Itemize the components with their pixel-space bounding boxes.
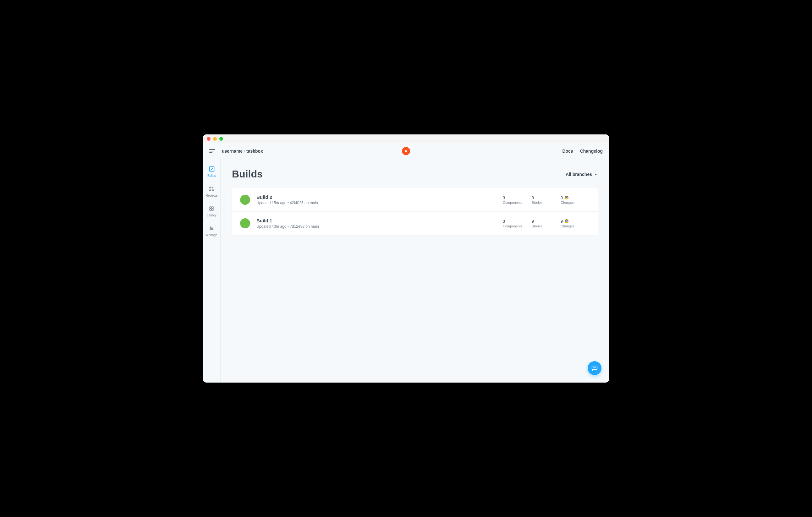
- chat-icon: [591, 365, 598, 371]
- status-passed-icon: [240, 195, 250, 205]
- stat-components: 3 Components: [503, 195, 532, 205]
- build-row[interactable]: Build 1 Updated 43m ago • 7d12e83 on mai…: [232, 212, 598, 235]
- chat-button[interactable]: [588, 361, 602, 375]
- updated-ago: 15m ago: [272, 201, 287, 205]
- svg-rect-11: [212, 209, 213, 210]
- stat-label: Stories: [532, 224, 560, 228]
- svg-rect-8: [210, 207, 211, 208]
- page-header: Builds All branches: [232, 169, 598, 180]
- stat-components: 3 Components: [503, 219, 532, 228]
- updated-ago: 43m ago: [272, 224, 287, 229]
- stat-label: Stories: [532, 201, 560, 205]
- build-list: Build 2 Updated 15m ago • 42f4025 on mai…: [232, 188, 598, 235]
- commit-hash: 7d12e83: [290, 224, 304, 229]
- sidebar-label: Reviews: [206, 194, 218, 197]
- build-meta: Updated 15m ago • 42f4025 on main: [256, 201, 503, 205]
- chrome-icon: [565, 196, 569, 200]
- app-body: Builds Reviews: [203, 159, 609, 383]
- stat-value: 3: [503, 219, 532, 224]
- topbar-links: Docs Changelog: [562, 149, 603, 154]
- build-title: Build 2: [256, 194, 503, 200]
- menu-icon[interactable]: [209, 148, 216, 155]
- stat-changes: 9 Changes: [560, 219, 589, 228]
- branch-filter-dropdown[interactable]: All branches: [566, 172, 598, 177]
- svg-point-0: [404, 149, 408, 153]
- chrome-icon: [565, 219, 569, 223]
- stat-changes: 0 Changes: [560, 195, 589, 205]
- svg-point-5: [210, 187, 211, 188]
- stat-stories: 9 Stories: [532, 195, 560, 205]
- app-window: username / taskbox Docs Changelog: [203, 134, 609, 383]
- topbar: username / taskbox Docs Changelog: [203, 143, 609, 159]
- main-content: Builds All branches Build 2 Updated 15m …: [221, 159, 609, 383]
- stat-label: Changes: [560, 201, 589, 205]
- stat-value: 9: [532, 195, 560, 200]
- commit-hash: 42f4025: [290, 201, 303, 205]
- svg-rect-10: [210, 209, 211, 210]
- chromatic-logo-icon[interactable]: [402, 147, 410, 155]
- svg-point-7: [212, 190, 214, 191]
- sidebar: Builds Reviews: [203, 159, 221, 383]
- pull-request-icon: [208, 186, 214, 192]
- stat-value: 9: [532, 219, 560, 224]
- sidebar-item-reviews[interactable]: Reviews: [206, 186, 218, 197]
- build-info: Build 2 Updated 15m ago • 42f4025 on mai…: [256, 194, 503, 205]
- branch-filter-label: All branches: [566, 172, 592, 177]
- window-maximize-button[interactable]: [219, 137, 223, 141]
- stat-value: 3: [503, 195, 532, 200]
- sidebar-item-manage[interactable]: Manage: [206, 225, 217, 237]
- stat-value: 0: [560, 195, 589, 200]
- build-meta: Updated 43m ago • 7d12e83 on main: [256, 224, 503, 229]
- breadcrumb-username: username: [222, 149, 242, 154]
- build-info: Build 1 Updated 43m ago • 7d12e83 on mai…: [256, 218, 503, 229]
- build-row[interactable]: Build 2 Updated 15m ago • 42f4025 on mai…: [232, 188, 598, 212]
- window-minimize-button[interactable]: [213, 137, 217, 141]
- svg-rect-4: [209, 167, 214, 172]
- chevron-down-icon: [594, 173, 598, 176]
- breadcrumb-separator: /: [244, 149, 245, 154]
- window-close-button[interactable]: [207, 137, 210, 141]
- svg-rect-9: [212, 207, 213, 208]
- svg-point-16: [212, 228, 213, 229]
- sliders-icon: [208, 225, 214, 232]
- window-titlebar: [203, 134, 609, 143]
- status-passed-icon: [240, 218, 250, 229]
- branch-name: main: [310, 201, 318, 205]
- build-title: Build 1: [256, 218, 503, 223]
- svg-point-6: [210, 190, 211, 191]
- breadcrumb[interactable]: username / taskbox: [222, 149, 263, 154]
- docs-link[interactable]: Docs: [562, 149, 573, 154]
- branch-name: main: [311, 224, 319, 229]
- svg-point-20: [595, 367, 596, 368]
- stat-label: Components: [503, 224, 532, 228]
- stat-label: Changes: [560, 224, 589, 228]
- breadcrumb-project: taskbox: [246, 149, 263, 154]
- page-title: Builds: [232, 169, 263, 180]
- grid-icon: [208, 205, 214, 212]
- svg-point-18: [593, 367, 594, 368]
- changelog-link[interactable]: Changelog: [580, 149, 603, 154]
- sidebar-label: Builds: [207, 174, 216, 178]
- svg-point-15: [210, 227, 211, 228]
- sidebar-item-builds[interactable]: Builds: [207, 166, 216, 178]
- sidebar-item-library[interactable]: Library: [207, 205, 216, 217]
- svg-point-17: [210, 229, 211, 230]
- checkbox-icon: [209, 166, 215, 172]
- stat-stories: 9 Stories: [532, 219, 560, 228]
- stat-label: Components: [503, 201, 532, 205]
- sidebar-label: Library: [207, 214, 216, 217]
- svg-point-19: [594, 367, 595, 368]
- stat-value: 9: [560, 219, 589, 224]
- sidebar-label: Manage: [206, 233, 217, 237]
